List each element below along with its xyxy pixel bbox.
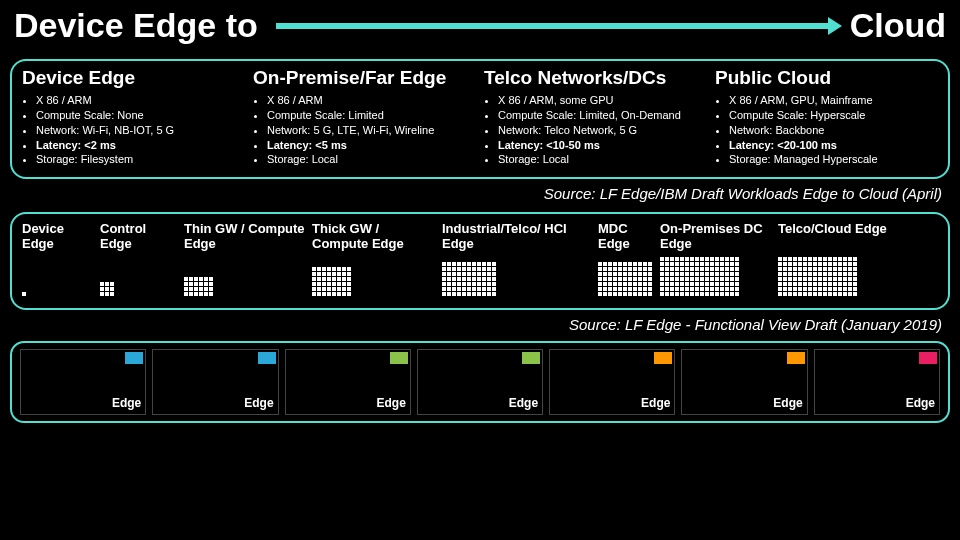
- tier-label: On-Premises DC Edge: [660, 222, 772, 251]
- bottom-tiles-box: EdgeEdgeEdgeEdgeEdgeEdgeEdge: [10, 341, 950, 423]
- edge-label: Edge: [112, 396, 141, 410]
- accent-swatch: [125, 352, 143, 364]
- tier-icon-slot: [442, 262, 592, 296]
- tier-icon-slot: [312, 267, 436, 296]
- tier-icon-slot: [598, 262, 654, 296]
- list-item: Storage: Managed Hyperscale: [729, 152, 938, 167]
- accent-swatch: [522, 352, 540, 364]
- list-item: Storage: Local: [267, 152, 476, 167]
- column: Telco Networks/DCsX 86 / ARM, some GPUCo…: [484, 67, 707, 167]
- list-item: Compute Scale: None: [36, 108, 245, 123]
- server-grid-icon: [22, 292, 26, 296]
- column-heading: On-Premise/Far Edge: [253, 67, 476, 89]
- server-grid-icon: [442, 262, 496, 296]
- tier-label: Control Edge: [100, 222, 178, 251]
- list-item: X 86 / ARM, GPU, Mainframe: [729, 93, 938, 108]
- tier-icon-slot: [100, 282, 178, 296]
- list-item: Latency: <10-50 ms: [498, 138, 707, 153]
- list-item: X 86 / ARM: [267, 93, 476, 108]
- list-item: Network: Backbone: [729, 123, 938, 138]
- tier-icon-slot: [660, 257, 772, 296]
- title-right: Cloud: [850, 6, 946, 45]
- list-item: Compute Scale: Limited: [267, 108, 476, 123]
- column: Public CloudX 86 / ARM, GPU, MainframeCo…: [715, 67, 938, 167]
- list-item: Compute Scale: Limited, On-Demand: [498, 108, 707, 123]
- accent-swatch: [787, 352, 805, 364]
- edge-label: Edge: [244, 396, 273, 410]
- column: On-Premise/Far EdgeX 86 / ARMCompute Sca…: [253, 67, 476, 167]
- server-grid-icon: [184, 277, 213, 296]
- tier-icon-slot: [184, 277, 306, 296]
- bottom-tile: Edge: [681, 349, 807, 415]
- accent-swatch: [919, 352, 937, 364]
- column-heading: Device Edge: [22, 67, 245, 89]
- tier-label: Thick GW / Compute Edge: [312, 222, 436, 251]
- source-2: Source: LF Edge - Functional View Draft …: [0, 314, 960, 333]
- column-heading: Telco Networks/DCs: [484, 67, 707, 89]
- list-item: Latency: <2 ms: [36, 138, 245, 153]
- tier-label: MDC Edge: [598, 222, 654, 251]
- list-item: X 86 / ARM: [36, 93, 245, 108]
- server-grid-icon: [598, 262, 652, 296]
- server-grid-icon: [100, 282, 114, 296]
- column-list: X 86 / ARMCompute Scale: LimitedNetwork:…: [253, 93, 476, 167]
- list-item: Network: Wi-Fi, NB-IOT, 5 G: [36, 123, 245, 138]
- accent-swatch: [390, 352, 408, 364]
- list-item: Storage: Filesystem: [36, 152, 245, 167]
- bottom-tile: Edge: [417, 349, 543, 415]
- edge-label: Edge: [377, 396, 406, 410]
- tier-labels-row: Device EdgeControl EdgeThin GW / Compute…: [22, 222, 938, 251]
- list-item: Storage: Local: [498, 152, 707, 167]
- server-grid-icon: [312, 267, 351, 296]
- bottom-tile: Edge: [814, 349, 940, 415]
- server-grid-icon: [778, 257, 857, 296]
- title-arrow-icon: [276, 23, 832, 29]
- edge-label: Edge: [906, 396, 935, 410]
- title-row: Device Edge to Cloud: [0, 0, 960, 45]
- bottom-tile: Edge: [285, 349, 411, 415]
- accent-swatch: [654, 352, 672, 364]
- list-item: Network: Telco Network, 5 G: [498, 123, 707, 138]
- list-item: Latency: <5 ms: [267, 138, 476, 153]
- list-item: Compute Scale: Hyperscale: [729, 108, 938, 123]
- tier-icon-slot: [778, 257, 888, 296]
- tier-icon-slot: [22, 292, 94, 296]
- column-list: X 86 / ARM, some GPUCompute Scale: Limit…: [484, 93, 707, 167]
- bottom-tile: Edge: [20, 349, 146, 415]
- workloads-box: Device EdgeX 86 / ARMCompute Scale: None…: [10, 59, 950, 179]
- title-left: Device Edge to: [14, 6, 258, 45]
- tier-label: Telco/Cloud Edge: [778, 222, 888, 251]
- edge-label: Edge: [509, 396, 538, 410]
- bottom-tile: Edge: [549, 349, 675, 415]
- list-item: Latency: <20-100 ms: [729, 138, 938, 153]
- edge-label: Edge: [641, 396, 670, 410]
- edge-label: Edge: [773, 396, 802, 410]
- bottom-tile: Edge: [152, 349, 278, 415]
- column-list: X 86 / ARMCompute Scale: NoneNetwork: Wi…: [22, 93, 245, 167]
- tier-icons-row: [22, 257, 938, 296]
- tier-label: Industrial/Telco/ HCI Edge: [442, 222, 592, 251]
- column-list: X 86 / ARM, GPU, MainframeCompute Scale:…: [715, 93, 938, 167]
- column-heading: Public Cloud: [715, 67, 938, 89]
- functional-box: Device EdgeControl EdgeThin GW / Compute…: [10, 212, 950, 310]
- column: Device EdgeX 86 / ARMCompute Scale: None…: [22, 67, 245, 167]
- accent-swatch: [258, 352, 276, 364]
- tier-label: Thin GW / Compute Edge: [184, 222, 306, 251]
- tier-label: Device Edge: [22, 222, 94, 251]
- list-item: Network: 5 G, LTE, Wi-Fi, Wireline: [267, 123, 476, 138]
- list-item: X 86 / ARM, some GPU: [498, 93, 707, 108]
- source-1: Source: LF Edge/IBM Draft Workloads Edge…: [0, 183, 960, 202]
- server-grid-icon: [660, 257, 739, 296]
